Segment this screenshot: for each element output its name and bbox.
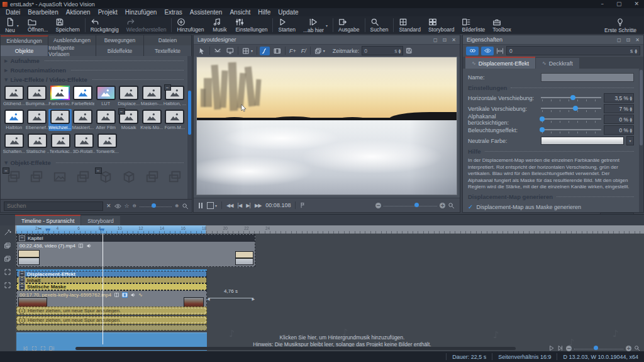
slider[interactable] (541, 127, 601, 134)
toolbar-button[interactable]: Speichern ▾ (52, 17, 83, 33)
toolbar-button[interactable]: Bilderliste ▾ (458, 17, 489, 33)
magnifier-icon[interactable] (448, 202, 455, 209)
scissors-icon[interactable]: ✂ (38, 226, 42, 232)
playhead-line[interactable] (103, 234, 103, 344)
object-effect-item[interactable] (95, 168, 118, 185)
effect-item[interactable]: Halbton (3, 109, 26, 131)
collapse-icon[interactable]: − (19, 278, 25, 283)
effect-item[interactable]: Texturkac... (49, 133, 72, 155)
toolbar-button[interactable]: Suchen ▾ (367, 17, 392, 33)
menu-item[interactable]: Hilfe (254, 9, 274, 16)
erste-schritte-button[interactable]: Erste Schritte (601, 17, 640, 34)
effect-item[interactable]: Weichzei... (48, 109, 72, 131)
slider-value[interactable]: 3,5 % ▲▼ (604, 93, 634, 103)
neutral-color-swatch[interactable] (541, 137, 624, 145)
slider-value[interactable]: 7 % ▲▼ (604, 104, 634, 113)
zoom-out-icon[interactable]: − (566, 346, 572, 351)
drop-track-row[interactable]: ↓ Hierher ziehen, um neue Spur anzulegen… (16, 316, 207, 324)
toolbar-button[interactable]: Hinzufügen ▾ (173, 17, 208, 33)
time-offset-input[interactable]: 0 s ▲▼ (506, 46, 640, 55)
pin-icon[interactable]: ⊡ (626, 37, 631, 43)
visibility-button[interactable] (481, 47, 494, 55)
tab[interactable]: Bildeffekte (96, 45, 144, 56)
clear-search-icon[interactable]: ✕ (106, 203, 111, 209)
layers-button[interactable]: ▾ (313, 47, 326, 55)
timeline-zoom-slider[interactable] (574, 348, 623, 349)
slider-knob[interactable] (540, 116, 545, 122)
timeline-ruler[interactable]: 24681012141618202224 ✂ ▼▼ ▼▼ (15, 225, 644, 234)
effect-item[interactable]: Ebenenef... (26, 109, 49, 131)
group-track-bar[interactable]: − Statische Maske (16, 283, 207, 290)
close-icon[interactable]: ✕ (452, 37, 456, 43)
text-decrease-button[interactable]: F/ (300, 47, 308, 55)
minimize-button[interactable]: – (598, 1, 606, 7)
video-preview[interactable] (196, 57, 457, 195)
zoom-out-icon[interactable]: ⊖ (133, 203, 136, 208)
pause-button[interactable] (199, 203, 203, 208)
film-icon[interactable] (122, 292, 128, 298)
toolbar-button[interactable]: Rückgängig ▾ (87, 17, 123, 33)
text-increase-button[interactable]: F+ (288, 47, 297, 55)
effect-item[interactable]: Bumpma... (26, 85, 49, 107)
frame-mode-button[interactable]: ▾ (207, 202, 217, 209)
close-icon[interactable]: ✕ (635, 37, 640, 43)
magnifier-icon[interactable] (634, 345, 640, 351)
toolbar-button[interactable]: Neu ▾ (0, 17, 24, 34)
select-tool-button[interactable] (197, 47, 207, 55)
next-frame-button[interactable]: ▶| (246, 203, 250, 208)
zoom-in-icon[interactable]: ⊕ (175, 203, 179, 208)
slider-knob[interactable] (540, 127, 545, 132)
tab[interactable]: Texteffekte (144, 45, 192, 56)
properties-tab[interactable]: ∿ Displacement-Effekt (465, 57, 535, 69)
effect-item[interactable]: Schatten... (3, 133, 26, 155)
color-dropdown[interactable]: ▾ (626, 136, 634, 145)
left-scrollbar[interactable] (187, 56, 192, 200)
slider-value[interactable]: 0 % ▲▼ (604, 115, 634, 124)
timeline-tab[interactable]: Timeline - Spuransicht (15, 215, 80, 225)
section-live-effekte[interactable]: ▼ Live-Effekte / Video-Effekte (1, 75, 187, 84)
effect-item[interactable]: Maskiert... (72, 109, 95, 131)
slider[interactable] (541, 116, 601, 123)
effect-item[interactable]: Masken-... (140, 85, 164, 107)
range-marker[interactable]: ▼▼ (45, 227, 50, 232)
toolbar-button[interactable]: Öffnen... ▾ (24, 17, 52, 33)
restore-button[interactable]: ▢ (614, 1, 625, 7)
object-effect-item[interactable] (72, 168, 94, 185)
skip-end-icon[interactable] (557, 345, 564, 351)
effect-group[interactable]: − Displacement-Effekt − Inhalt − Statisc… (16, 269, 207, 309)
effect-item[interactable]: Displace... (118, 85, 141, 107)
transparency-tool-button[interactable] (213, 47, 223, 55)
object-effect-item[interactable] (164, 168, 186, 185)
thumbnail-size-slider[interactable] (140, 205, 172, 207)
toolbar-button[interactable]: Storyboard ▾ (425, 17, 458, 33)
zeitmarke-input[interactable]: 0 s ▲▼ (362, 46, 403, 55)
speaker-icon[interactable] (130, 292, 136, 298)
menu-item[interactable]: Datei (2, 9, 24, 16)
effect-item[interactable]: Alter Film (94, 109, 118, 131)
tab[interactable]: Dateien (144, 35, 192, 45)
collapse-icon[interactable]: − (19, 284, 25, 290)
save-marker-icon[interactable] (406, 47, 413, 54)
toolbar-button[interactable]: Toolbox ▾ (489, 17, 514, 33)
toolbar-button[interactable]: Standard ▾ (395, 17, 425, 33)
toolbar-button[interactable]: Einstellungen ▾ (231, 17, 271, 33)
object-effect-item[interactable] (48, 168, 71, 185)
section-aufnahme[interactable]: ▶ Aufnahme (1, 56, 187, 65)
curve-tool-button[interactable] (260, 47, 270, 55)
timeline-tool-icon[interactable] (4, 281, 11, 289)
book-icon[interactable] (78, 243, 84, 249)
link-button[interactable] (466, 47, 479, 55)
magnifier-icon[interactable] (182, 203, 189, 210)
fit-selection-icon[interactable] (40, 346, 46, 351)
spinner[interactable]: ▲▼ (398, 48, 401, 54)
monitor-button[interactable] (225, 47, 235, 55)
fit-view-icon[interactable] (31, 346, 37, 351)
effect-item[interactable]: Kreis-Mo... (140, 109, 164, 131)
toolbar-button[interactable]: Wiederherstellen ▾ (123, 17, 170, 33)
object-effect-item[interactable] (3, 168, 25, 185)
menu-item[interactable]: Aktionen (62, 9, 94, 16)
tab[interactable]: Objekte (1, 45, 48, 56)
image-list-icon[interactable] (49, 346, 55, 351)
spinner[interactable]: ▲▼ (635, 48, 637, 54)
slider-knob[interactable] (573, 106, 578, 111)
